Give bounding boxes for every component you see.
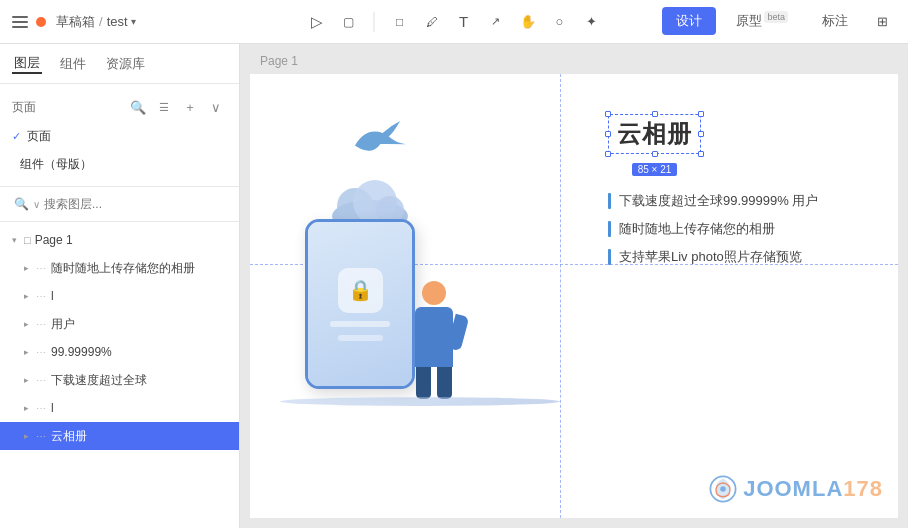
breadcrumb-chevron[interactable]: ▾ <box>131 16 136 27</box>
layer-label-line2: l <box>51 401 231 415</box>
layer-user[interactable]: ▸ ⋯ 用户 <box>0 310 239 338</box>
canvas-content: 🔒 <box>250 74 898 518</box>
list-pages-btn[interactable]: ☰ <box>153 96 175 118</box>
select-tool[interactable]: ▷ <box>302 8 332 36</box>
layer-cloud-album[interactable]: ▸ ⋯ 云相册 <box>0 422 239 450</box>
layer-icon-percent: ⋯ <box>36 347 47 358</box>
canvas-area[interactable]: Page 1 <box>240 44 908 528</box>
layer-line2[interactable]: ▸ ⋯ l <box>0 394 239 422</box>
feature-item-2: 随时随地上传存储您的相册 <box>608 220 868 238</box>
layer-arrow-page1: ▾ <box>8 235 20 245</box>
layer-label-album: 随时随地上传存储您的相册 <box>51 260 231 277</box>
add-page-btn[interactable]: + <box>179 96 201 118</box>
layer-arrow-percent: ▸ <box>20 347 32 357</box>
design-tab[interactable]: 设计 <box>662 7 716 35</box>
pen-tool[interactable]: 🖊 <box>417 8 447 36</box>
handle-tl <box>605 111 611 117</box>
feature-bar-3 <box>608 249 611 265</box>
size-badge: 85 × 21 <box>632 163 678 176</box>
layer-icon-page1: □ <box>24 234 31 246</box>
layer-arrow-cloud: ▸ <box>20 431 32 441</box>
right-panel: 云相册 85 × 21 下载速度超过全球99.99999% 用户 随时随地上传存… <box>608 114 868 266</box>
page-item-component[interactable]: 组件（母版） <box>0 150 239 178</box>
sidebar: 图层 组件 资源库 页面 🔍 ☰ + ∨ ✓ 页面 组件（母版） <box>0 44 240 528</box>
handle-bm <box>652 151 658 157</box>
annotation-tab[interactable]: 标注 <box>808 7 862 35</box>
pages-section: 页面 🔍 ☰ + ∨ ✓ 页面 组件（母版） <box>0 84 239 187</box>
watermark: JOOMLA178 <box>709 475 883 503</box>
search-pages-btn[interactable]: 🔍 <box>127 96 149 118</box>
layer-line1[interactable]: ▸ ⋯ l <box>0 282 239 310</box>
feature-list: 下载速度超过全球99.99999% 用户 随时随地上传存储您的相册 支持苹果Li… <box>608 192 868 266</box>
feature-text-1: 下载速度超过全球99.99999% 用户 <box>619 192 818 210</box>
search-dropdown[interactable]: ∨ <box>33 199 40 210</box>
breadcrumb-current[interactable]: test ▾ <box>107 14 136 29</box>
handle-bl <box>605 151 611 157</box>
grid-view-icon[interactable]: ⊞ <box>868 7 896 35</box>
page-component-label: 组件（母版） <box>20 156 92 173</box>
layer-page1[interactable]: ▾ □ Page 1 <box>0 226 239 254</box>
frame-tool[interactable]: ▢ <box>334 8 364 36</box>
toolbar-group-select: ▷ ▢ <box>302 8 364 36</box>
expand-pages-btn[interactable]: ∨ <box>205 96 227 118</box>
page-item-main[interactable]: ✓ 页面 <box>0 122 239 150</box>
layer-download[interactable]: ▸ ⋯ 下载速度超过全球 <box>0 366 239 394</box>
layer-label-download: 下载速度超过全球 <box>51 372 231 389</box>
logo-dot <box>36 17 46 27</box>
text-tool[interactable]: T <box>449 8 479 36</box>
layer-label-page1: Page 1 <box>35 233 231 247</box>
watermark-logo-icon <box>709 475 737 503</box>
title-selection-container: 云相册 85 × 21 <box>608 114 701 176</box>
pages-title: 页面 <box>12 99 127 116</box>
watermark-number: 178 <box>843 476 883 501</box>
search-icon: 🔍 <box>14 197 29 211</box>
illustration: 🔒 <box>270 104 570 424</box>
top-bar-right: 设计 原型beta 标注 ⊞ <box>662 7 896 35</box>
handle-ml <box>605 131 611 137</box>
layer-percent[interactable]: ▸ ⋯ 99.99999% <box>0 338 239 366</box>
layer-label-cloud: 云相册 <box>51 428 231 445</box>
menu-icon[interactable] <box>12 13 30 31</box>
breadcrumb-parent[interactable]: 草稿箱 <box>56 13 95 31</box>
feature-bar-2 <box>608 221 611 237</box>
toolbar-group-shape: □ 🖊 T ↗ ✋ ○ ✦ <box>385 8 607 36</box>
layer-icon-download: ⋯ <box>36 375 47 386</box>
top-bar: 草稿箱 / test ▾ ▷ ▢ □ 🖊 T ↗ ✋ ○ ✦ 设计 原型beta <box>0 0 908 44</box>
search-input[interactable] <box>44 197 225 211</box>
sidebar-tab-layers[interactable]: 图层 <box>12 54 42 74</box>
layer-label-percent: 99.99999% <box>51 345 231 359</box>
handle-mr <box>698 131 704 137</box>
breadcrumb-separator: / <box>99 14 103 29</box>
hand-tool[interactable]: ✋ <box>513 8 543 36</box>
prototype-tab[interactable]: 原型beta <box>722 7 802 35</box>
layer-arrow-line2: ▸ <box>20 403 32 413</box>
page-check-icon: ✓ <box>12 130 21 143</box>
handle-br <box>698 151 704 157</box>
layer-text-album[interactable]: ▸ ⋯ 随时随地上传存储您的相册 <box>0 254 239 282</box>
sidebar-tab-assets[interactable]: 资源库 <box>104 55 147 73</box>
feature-item-1: 下载速度超过全球99.99999% 用户 <box>608 192 868 210</box>
sidebar-tab-components[interactable]: 组件 <box>58 55 88 73</box>
layer-arrow-download: ▸ <box>20 375 32 385</box>
feature-bar-1 <box>608 193 611 209</box>
star-tool[interactable]: ✦ <box>577 8 607 36</box>
layer-icon-line2: ⋯ <box>36 403 47 414</box>
layer-icon-cloud: ⋯ <box>36 431 47 442</box>
feature-text-3: 支持苹果Liv photo照片存储预览 <box>619 248 802 266</box>
pages-header: 页面 🔍 ☰ + ∨ <box>0 92 239 122</box>
cloud-album-title: 云相册 <box>617 120 692 147</box>
prototype-badge: beta <box>764 11 788 23</box>
size-badge-container: 85 × 21 <box>608 159 701 176</box>
layer-icon-album: ⋯ <box>36 263 47 274</box>
pages-actions: 🔍 ☰ + ∨ <box>127 96 227 118</box>
ellipse-tool[interactable]: ○ <box>545 8 575 36</box>
shape-tool[interactable]: □ <box>385 8 415 36</box>
handle-tm <box>652 111 658 117</box>
connector-tool[interactable]: ↗ <box>481 8 511 36</box>
main-layout: 图层 组件 资源库 页面 🔍 ☰ + ∨ ✓ 页面 组件（母版） <box>0 44 908 528</box>
bird-icon <box>345 112 415 173</box>
handle-tr <box>698 111 704 117</box>
layer-arrow-album: ▸ <box>20 263 32 273</box>
layer-tree: ▾ □ Page 1 ▸ ⋯ 随时随地上传存储您的相册 ▸ ⋯ l ▸ ⋯ 用户… <box>0 222 239 528</box>
layer-label-line1: l <box>51 289 231 303</box>
